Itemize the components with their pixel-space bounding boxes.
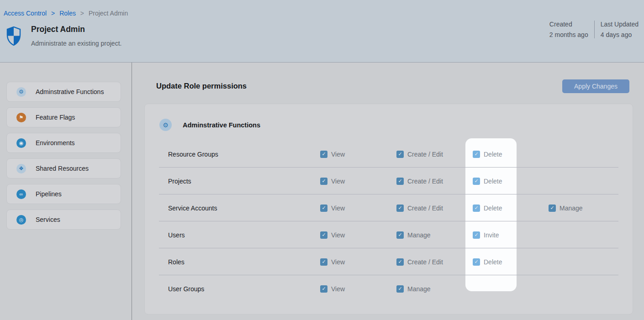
resource-name: Users bbox=[168, 231, 185, 239]
apply-changes-button[interactable]: Apply Changes bbox=[562, 79, 629, 93]
sidebar-item-services[interactable]: ◎ Services bbox=[6, 210, 121, 230]
sidebar-item-pipelines[interactable]: ∞ Pipelines bbox=[6, 184, 121, 204]
permission-manage: Manage bbox=[396, 285, 431, 293]
breadcrumb-roles-link[interactable]: Roles bbox=[59, 10, 76, 17]
checkbox-checked-icon[interactable] bbox=[320, 285, 327, 293]
content-area: ⚙ Adminstrative Functions ⚑ Feature Flag… bbox=[0, 63, 644, 320]
resource-name: Service Accounts bbox=[168, 205, 217, 212]
checkbox-checked-icon[interactable] bbox=[396, 151, 404, 158]
permission-label: View bbox=[331, 285, 345, 293]
created-block: Created 2 months ago bbox=[549, 21, 588, 38]
created-value: 2 months ago bbox=[549, 31, 588, 38]
permission-label: Create / Edit bbox=[407, 178, 443, 185]
permission-label: View bbox=[331, 178, 345, 185]
sidebar-item-label: Adminstrative Functions bbox=[36, 88, 104, 95]
table-row-resource-groups: Resource Groups View Create / Edit Delet… bbox=[145, 141, 633, 168]
permission-label: Delete bbox=[484, 178, 502, 185]
checkbox-checked-icon[interactable] bbox=[320, 205, 327, 212]
page-title: Project Admin bbox=[31, 25, 85, 34]
table-row-service-accounts: Service Accounts View Create / Edit Dele… bbox=[145, 194, 633, 221]
sidebar-item-label: Shared Resources bbox=[36, 165, 89, 172]
checkbox-checked-icon[interactable] bbox=[396, 285, 404, 293]
permission-create-edit: Create / Edit bbox=[396, 205, 443, 212]
permission-label: Manage bbox=[560, 205, 583, 212]
permission-label: Manage bbox=[407, 285, 431, 293]
permission-delete: Delete bbox=[473, 178, 502, 185]
permission-invite: Invite bbox=[473, 231, 499, 239]
permission-view: View bbox=[320, 231, 345, 239]
created-label: Created bbox=[549, 21, 588, 28]
checkbox-checked-icon[interactable] bbox=[320, 178, 327, 185]
resource-name: Roles bbox=[168, 258, 185, 266]
environments-icon: ◉ bbox=[16, 138, 26, 148]
permission-manage: Manage bbox=[396, 231, 431, 239]
permission-view: View bbox=[320, 178, 345, 185]
permission-view: View bbox=[320, 151, 345, 158]
sidebar-item-feature-flags[interactable]: ⚑ Feature Flags bbox=[6, 107, 121, 127]
checkbox-checked-icon[interactable] bbox=[549, 205, 556, 212]
checkbox-checked-icon[interactable] bbox=[320, 231, 327, 239]
pipelines-icon: ∞ bbox=[16, 189, 26, 199]
sidebar-item-label: Pipelines bbox=[36, 190, 62, 198]
permission-create-edit: Create / Edit bbox=[396, 258, 443, 266]
breadcrumb: Access Control > Roles > Project Admin bbox=[4, 10, 128, 17]
checkbox-checked-icon[interactable] bbox=[396, 178, 404, 185]
table-row-roles: Roles View Create / Edit Delete bbox=[145, 248, 633, 275]
table-row-users: Users View Manage Invite bbox=[145, 221, 633, 248]
checkbox-checked-icon[interactable] bbox=[473, 178, 480, 185]
permission-label: View bbox=[331, 151, 345, 158]
permissions-table: Resource Groups View Create / Edit Delet… bbox=[145, 141, 633, 302]
sidebar-item-shared-resources[interactable]: ❖ Shared Resources bbox=[6, 158, 121, 178]
checkbox-checked-icon[interactable] bbox=[320, 151, 327, 158]
sidebar-item-environments[interactable]: ◉ Environments bbox=[6, 133, 121, 153]
services-icon: ◎ bbox=[16, 215, 26, 225]
breadcrumb-access-control-link[interactable]: Access Control bbox=[4, 10, 47, 17]
resource-name: Resource Groups bbox=[168, 151, 218, 158]
resource-category-sidebar: ⚙ Adminstrative Functions ⚑ Feature Flag… bbox=[0, 63, 132, 320]
sidebar-item-label: Environments bbox=[36, 139, 75, 147]
sidebar-item-label: Feature Flags bbox=[36, 114, 75, 121]
chevron-right-icon: > bbox=[80, 10, 84, 17]
last-updated-label: Last Updated bbox=[601, 21, 639, 28]
section-title: Update Role permissions bbox=[156, 82, 247, 90]
chevron-right-icon: > bbox=[51, 10, 55, 17]
breadcrumb-current: Project Admin bbox=[89, 10, 128, 17]
checkbox-checked-icon[interactable] bbox=[320, 258, 327, 266]
sidebar-item-adminstrative-functions[interactable]: ⚙ Adminstrative Functions bbox=[6, 82, 121, 102]
permission-delete: Delete bbox=[473, 205, 502, 212]
permission-label: View bbox=[331, 205, 345, 212]
gear-icon: ⚙ bbox=[159, 119, 172, 131]
permission-view: View bbox=[320, 285, 345, 293]
permission-delete: Delete bbox=[473, 258, 502, 266]
checkbox-checked-icon[interactable] bbox=[473, 205, 480, 212]
role-shield-icon bbox=[6, 26, 21, 46]
permission-delete: Delete bbox=[473, 151, 502, 158]
permission-label: Create / Edit bbox=[407, 258, 443, 266]
permission-label: Delete bbox=[484, 205, 502, 212]
permission-view: View bbox=[320, 205, 345, 212]
role-meta: Created 2 months ago Last Updated 4 days… bbox=[549, 21, 639, 38]
shared-resources-icon: ❖ bbox=[16, 164, 26, 173]
checkbox-checked-icon[interactable] bbox=[396, 258, 404, 266]
permissions-section-title: Adminstrative Functions bbox=[183, 121, 260, 129]
permission-label: Manage bbox=[407, 231, 431, 239]
permission-view: View bbox=[320, 258, 345, 266]
last-updated-value: 4 days ago bbox=[601, 31, 639, 38]
permission-label: Delete bbox=[484, 258, 502, 266]
flag-icon: ⚑ bbox=[16, 113, 26, 122]
checkbox-checked-icon[interactable] bbox=[396, 231, 404, 239]
resource-name: User Groups bbox=[168, 285, 204, 293]
permissions-card: ⚙ Adminstrative Functions Resource Group… bbox=[144, 104, 633, 315]
gear-icon: ⚙ bbox=[16, 87, 26, 97]
permission-label: Invite bbox=[484, 231, 499, 239]
permissions-section-header: ⚙ Adminstrative Functions bbox=[159, 119, 260, 131]
checkbox-checked-icon[interactable] bbox=[396, 205, 404, 212]
checkbox-checked-icon[interactable] bbox=[473, 258, 480, 266]
permission-label: Create / Edit bbox=[407, 205, 443, 212]
meta-divider bbox=[594, 21, 595, 38]
checkbox-checked-icon[interactable] bbox=[473, 151, 480, 158]
permission-label: Create / Edit bbox=[407, 151, 443, 158]
permission-create-edit: Create / Edit bbox=[396, 151, 443, 158]
permission-create-edit: Create / Edit bbox=[396, 178, 443, 185]
checkbox-checked-icon[interactable] bbox=[473, 231, 480, 239]
